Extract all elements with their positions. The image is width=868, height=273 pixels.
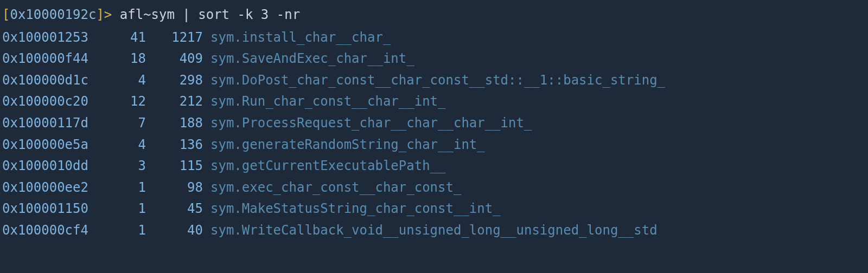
prompt-close-bracket: ]	[96, 7, 104, 22]
row-size: 40	[146, 220, 203, 242]
row-size: 1217	[146, 27, 203, 49]
table-row: 0x100001150 1 45 sym.MakeStatusString_ch…	[2, 198, 866, 220]
row-address: 0x100000d1c	[2, 70, 105, 92]
row-blocks: 4	[105, 134, 146, 156]
row-size: 115	[146, 155, 203, 177]
row-address: 0x100001150	[2, 198, 105, 220]
row-symbol: sym.ProcessRequest_char__char__char__int…	[203, 113, 532, 134]
row-size: 212	[146, 91, 203, 113]
row-blocks: 1	[105, 198, 146, 220]
row-size: 298	[146, 70, 203, 92]
row-address: 0x100000e5a	[2, 134, 105, 156]
row-symbol: sym.Run_char_const__char__int_	[203, 91, 445, 113]
row-size: 188	[146, 113, 203, 134]
table-row: 0x100000f44 18 409 sym.SaveAndExec_char_…	[2, 48, 866, 70]
row-blocks: 12	[105, 91, 146, 113]
row-blocks: 3	[105, 155, 146, 177]
row-size: 136	[146, 134, 203, 156]
row-blocks: 4	[105, 70, 146, 92]
row-symbol: sym.SaveAndExec_char__int_	[203, 48, 414, 70]
table-row: 0x100001253 41 1217 sym.install_char__ch…	[2, 27, 866, 49]
row-address: 0x100000f44	[2, 48, 105, 70]
row-symbol: sym.getCurrentExecutablePath__	[203, 155, 445, 177]
prompt-address: 0x10000192c	[10, 7, 96, 22]
command-text: afl~sym | sort -k 3 -nr	[120, 7, 300, 22]
table-row: 0x100000c20 12 212 sym.Run_char_const__c…	[2, 91, 866, 113]
row-blocks: 41	[105, 27, 146, 49]
row-blocks: 18	[105, 48, 146, 70]
row-size: 409	[146, 48, 203, 70]
table-row: 0x100000cf4 1 40 sym.WriteCallback_void_…	[2, 220, 866, 242]
row-blocks: 7	[105, 113, 146, 134]
row-symbol: sym.DoPost_char_const__char_const__std::…	[203, 70, 665, 92]
row-address: 0x100000c20	[2, 91, 105, 113]
prompt-gt: >	[104, 7, 112, 22]
prompt-line[interactable]: [0x10000192c]> afl~sym | sort -k 3 -nr	[2, 4, 866, 26]
row-symbol: sym.WriteCallback_void__unsigned_long__u…	[203, 220, 658, 242]
row-address: 0x10000117d	[2, 113, 105, 134]
row-symbol: sym.generateRandomString_char__int_	[203, 134, 485, 156]
table-row: 0x10000117d 7 188 sym.ProcessRequest_cha…	[2, 113, 866, 134]
table-row: 0x100000d1c 4 298 sym.DoPost_char_const_…	[2, 70, 866, 92]
row-size: 98	[146, 177, 203, 199]
row-symbol: sym.MakeStatusString_char_const__int_	[203, 198, 501, 220]
table-row: 0x100000e5a 4 136 sym.generateRandomStri…	[2, 134, 866, 156]
row-address: 0x1000010dd	[2, 155, 105, 177]
row-blocks: 1	[105, 220, 146, 242]
row-symbol: sym.exec_char_const__char_const_	[203, 177, 461, 199]
row-address: 0x100000ee2	[2, 177, 105, 199]
row-symbol: sym.install_char__char_	[203, 27, 391, 49]
row-size: 45	[146, 198, 203, 220]
row-address: 0x100001253	[2, 27, 105, 49]
table-row: 0x100000ee2 1 98 sym.exec_char_const__ch…	[2, 177, 866, 199]
table-row: 0x1000010dd 3 115 sym.getCurrentExecutab…	[2, 155, 866, 177]
prompt-open-bracket: [	[2, 7, 10, 22]
row-blocks: 1	[105, 177, 146, 199]
row-address: 0x100000cf4	[2, 220, 105, 242]
